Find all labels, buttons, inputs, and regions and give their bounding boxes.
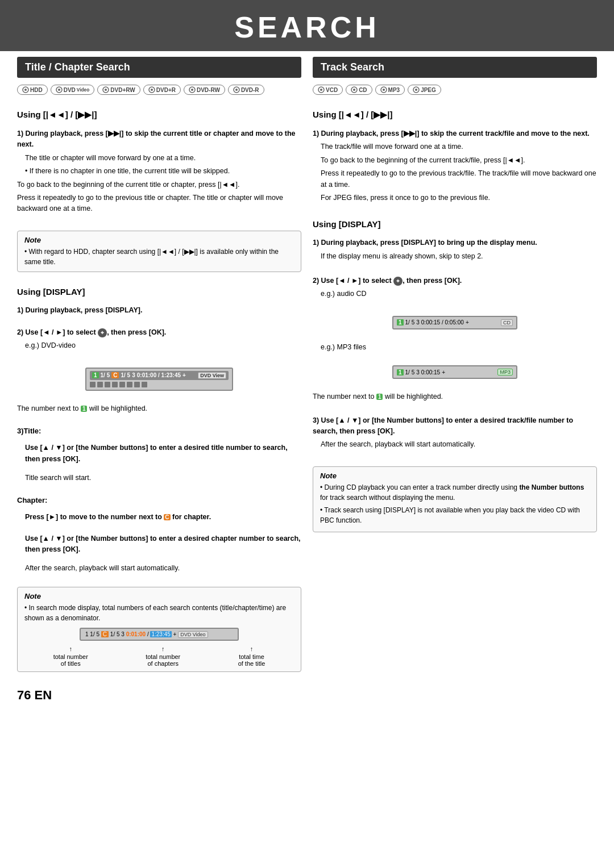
svg-point-19: [415, 89, 417, 91]
left-display-box2-wrapper: 1 1/ 5 C 1/ 5 3 0:01:00 / 1:23:45 + DVD …: [24, 628, 294, 641]
left-caption1: The number next to 1 will be highlighted…: [17, 403, 301, 414]
svg-point-17: [383, 89, 385, 91]
left-note1-text: • With regard to HDD, chapter search usi…: [24, 247, 294, 267]
right-db-mp3-badge: MP3: [497, 369, 513, 375]
left-db2-time2: 1:23:45: [150, 631, 171, 637]
content-area: Title / Chapter Search HDD DVDVideo DVD+…: [0, 57, 614, 677]
left-note1-title: Note: [24, 236, 294, 244]
right-note: Note During CD playback you can enter a …: [313, 466, 597, 532]
svg-point-3: [58, 89, 60, 91]
left-step3-chapter-sub: After the search, playback will start au…: [17, 563, 301, 574]
right-db-mp3-plus: +: [442, 369, 445, 375]
right-db-mp3-toprow: 1 1/ 5 3 0:00:15 + MP3: [397, 369, 513, 375]
right-display-box-mp3-wrapper: 1 1/ 5 3 0:00:15 + MP3: [313, 365, 597, 379]
right-using-display-heading: Using [DISPLAY]: [313, 219, 597, 229]
left-display-box2-toprow: 1 1/ 5 C 1/ 5 3 0:01:00 / 1:23:45 + DVD …: [85, 631, 233, 637]
left-step1-text1: The title or chapter will move forward b…: [17, 153, 301, 164]
left-db2-h1: 1: [85, 631, 89, 637]
svg-point-7: [151, 89, 153, 91]
left-step1-bullet1: • If there is no chapter in one title, t…: [17, 166, 301, 177]
left-display-step1: 1) During playback, press [DISPLAY].: [17, 305, 301, 318]
left-display-box1: 1 1/ 5 C 1/ 5 3 0:01:00 / 1:23:45 + DVD …: [85, 368, 233, 391]
left-db2-plus: +: [173, 631, 177, 637]
page-title: SEARCH: [0, 10, 614, 44]
left-db1-badge: DVD View: [198, 372, 226, 379]
right-db-cd-time: 0:00:15 / 0:05:00: [421, 319, 464, 326]
dvd-rw-minus-badge: DVD-RW: [184, 85, 225, 95]
right-display-example2-label: e.g.) MP3 files: [313, 342, 597, 353]
left-label-time-text: total timeof the title: [238, 653, 265, 667]
jpeg-badge: JPEG: [408, 85, 441, 95]
right-media-icons: VCD CD MP3 JPEG: [313, 85, 597, 95]
right-step1-text2: To go back to the beginning of the curre…: [313, 155, 597, 166]
right-display-step1-sub: If the display menu is already shown, sk…: [313, 251, 597, 262]
left-step3-chapter-label: Chapter:: [17, 496, 301, 504]
right-display-example1-label: e.g.) audio CD: [313, 289, 597, 299]
svg-point-1: [24, 89, 27, 91]
left-using-skip-heading: Using [|◄◄] / [▶▶|]: [17, 110, 301, 120]
left-using-display-heading: Using [DISPLAY]: [17, 287, 301, 297]
left-db1-t3: 3: [132, 372, 135, 378]
left-db1-highlight: 1: [92, 372, 99, 378]
right-note-title: Note: [320, 471, 590, 480]
left-label-titles-text: total numberof titles: [53, 653, 88, 667]
left-display-box1-toprow: 1 1/ 5 C 1/ 5 3 0:01:00 / 1:23:45 + DVD …: [90, 371, 229, 380]
left-db1-c2: 1/ 5: [121, 372, 130, 378]
page: SEARCH Title / Chapter Search HDD DVDVid…: [0, 0, 614, 868]
page-header: SEARCH: [0, 0, 614, 51]
dvd-r-plus-badge: DVD+R: [143, 85, 181, 95]
cd-badge: CD: [346, 85, 372, 95]
left-step3-title-text: Use [▲ / ▼] or [the Number buttons] to e…: [17, 443, 301, 465]
left-db2-time1: 0:01:00: [126, 631, 146, 637]
chapter-c-icon: C: [164, 514, 170, 520]
left-display-step2: 2) Use [◄ / ►] to select ⌖, then press […: [17, 327, 301, 354]
right-step1-text4: For JPEG files, press it once to go to t…: [313, 193, 597, 203]
left-note2-title: Note: [24, 592, 294, 600]
left-step3-title-sub: Title search will start.: [17, 473, 301, 483]
right-display-step1: 1) During playback, press [DISPLAY] to b…: [313, 237, 597, 264]
right-display-step2: 2) Use [◄ / ►] to select ⌖, then press […: [313, 276, 597, 302]
svg-point-9: [191, 89, 193, 91]
right-caption-highlight: 1: [376, 394, 383, 400]
right-display-box-cd: 1 1/ 5 3 0:00:15 / 0:05:00 + CD: [392, 316, 517, 329]
right-display-step2-text: 2) Use [◄ / ►] to select ⌖, then press […: [313, 276, 597, 286]
right-db-cd-plus: +: [466, 319, 469, 326]
left-display-box1-bottomrow: [90, 382, 229, 387]
right-db-mp3-h1: 1: [397, 369, 404, 375]
left-label-chapters-text: total numberof chapters: [146, 653, 180, 667]
title-chapter-header: Title / Chapter Search: [17, 57, 301, 78]
left-step1: 1) During playback, press [▶▶|] to skip …: [17, 128, 301, 217]
right-db-cd-t1: 1/ 5: [405, 319, 415, 326]
right-db-mp3-time: 0:00:15: [421, 369, 440, 375]
left-display-step1-bold: 1) During playback, press [DISPLAY].: [17, 305, 301, 316]
mp3-badge: MP3: [375, 85, 405, 95]
right-display-step1-bold: 1) During playback, press [DISPLAY] to b…: [313, 237, 597, 248]
left-db1-icon5: [119, 382, 125, 387]
right-db-mp3-t1: 1/ 5: [405, 369, 415, 375]
hdd-badge: HDD: [17, 85, 48, 95]
left-label-chapters: ↑ total numberof chapters: [146, 645, 180, 667]
left-db2-badge: DVD Video: [178, 631, 208, 638]
left-db1-icon4: [112, 382, 118, 387]
left-step3-title-label: 3)Title:: [17, 427, 301, 435]
left-step1-bold: 1) During playback, press [▶▶|] to skip …: [17, 128, 301, 151]
vcd-badge: VCD: [313, 85, 343, 95]
svg-point-13: [320, 89, 322, 91]
left-step1-text3: Press it repeatedly to go to the previou…: [17, 193, 301, 215]
left-db1-icon7: [134, 382, 140, 387]
right-caption: The number next to 1 will be highlighted…: [313, 391, 597, 402]
right-step1-text1: The track/file will move forward one at …: [313, 141, 597, 152]
right-note-text: During CD playback you can enter a track…: [320, 482, 590, 525]
left-db2-labels: ↑ total numberof titles ↑ total numberof…: [24, 645, 294, 667]
right-note-bullet1: During CD playback you can enter a track…: [320, 482, 590, 503]
svg-point-11: [235, 89, 238, 91]
right-step1-bold: 1) During playback, press [▶▶|] to skip …: [313, 128, 597, 139]
right-step1-text3: Press it repeatedly to go to the previou…: [313, 168, 597, 190]
left-db1-t1: 1/ 5: [101, 372, 110, 378]
right-step3-bold: 3) Use [▲ / ▼] or [the Number buttons] t…: [313, 415, 597, 437]
right-db-cd-toprow: 1 1/ 5 3 0:00:15 / 0:05:00 + CD: [397, 319, 513, 326]
left-label-time: ↑ total timeof the title: [238, 645, 265, 667]
left-note2-text: • In search mode display, total numbers …: [24, 603, 294, 623]
left-db2-c: C: [101, 631, 109, 637]
right-step1: 1) During playback, press [▶▶|] to skip …: [313, 128, 597, 206]
